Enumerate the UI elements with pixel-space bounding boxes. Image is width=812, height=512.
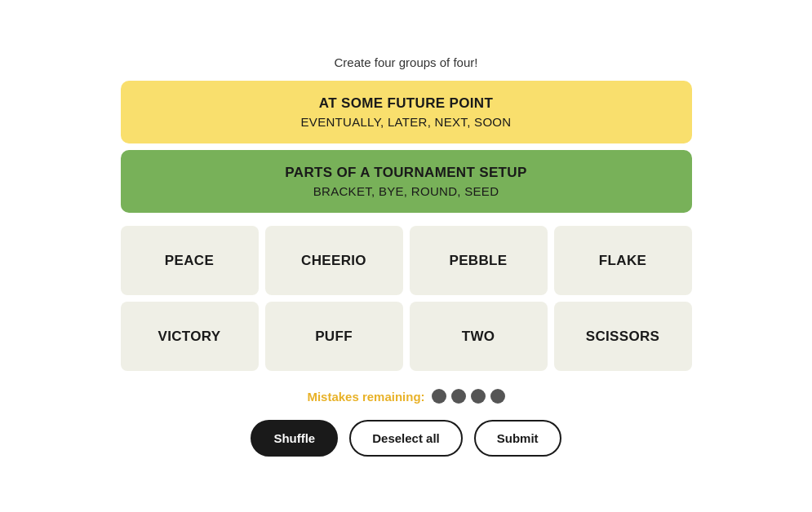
- card-label-victory: VICTORY: [158, 329, 220, 345]
- solved-group-words: BRACKET, BYE, ROUND, SEED: [137, 184, 676, 198]
- card-label-pebble: PEBBLE: [450, 253, 508, 269]
- solved-groups-container: AT SOME FUTURE POINT EVENTUALLY, LATER, …: [121, 81, 692, 219]
- card-pebble[interactable]: PEBBLE: [410, 226, 548, 295]
- card-grid: PEACECHEERIOPEBBLEFLAKEVICTORYPUFFTWOSCI…: [121, 226, 692, 371]
- card-label-peace: PEACE: [165, 253, 214, 269]
- card-two[interactable]: TWO: [410, 302, 548, 371]
- mistakes-row: Mistakes remaining:: [307, 389, 504, 404]
- card-label-two: TWO: [462, 329, 495, 345]
- mistake-dot-2: [451, 389, 466, 404]
- deselect-button[interactable]: Deselect all: [349, 420, 463, 457]
- card-scissors[interactable]: SCISSORS: [554, 302, 692, 371]
- card-cheerio[interactable]: CHEERIO: [265, 226, 403, 295]
- card-label-cheerio: CHEERIO: [301, 253, 366, 269]
- mistake-dot-4: [490, 389, 505, 404]
- card-flake[interactable]: FLAKE: [554, 226, 692, 295]
- card-peace[interactable]: PEACE: [121, 226, 259, 295]
- dots-container: [432, 389, 505, 404]
- game-container: Create four groups of four! AT SOME FUTU…: [121, 55, 692, 457]
- solved-group-yellow: AT SOME FUTURE POINT EVENTUALLY, LATER, …: [121, 81, 692, 143]
- mistakes-label: Mistakes remaining:: [307, 390, 424, 404]
- solved-group-words: EVENTUALLY, LATER, NEXT, SOON: [137, 115, 676, 129]
- subtitle: Create four groups of four!: [335, 55, 478, 69]
- solved-group-category: AT SOME FUTURE POINT: [137, 95, 676, 112]
- mistake-dot-3: [471, 389, 486, 404]
- card-puff[interactable]: PUFF: [265, 302, 403, 371]
- solved-group-category: PARTS OF A TOURNAMENT SETUP: [137, 165, 676, 181]
- buttons-row: Shuffle Deselect all Submit: [251, 420, 561, 457]
- card-victory[interactable]: VICTORY: [121, 302, 259, 371]
- shuffle-button[interactable]: Shuffle: [251, 420, 338, 457]
- solved-group-green: PARTS OF A TOURNAMENT SETUP BRACKET, BYE…: [121, 150, 692, 213]
- card-label-puff: PUFF: [315, 329, 353, 345]
- card-label-flake: FLAKE: [599, 253, 646, 269]
- card-label-scissors: SCISSORS: [586, 329, 660, 345]
- submit-button[interactable]: Submit: [474, 420, 561, 457]
- mistake-dot-1: [432, 389, 446, 404]
